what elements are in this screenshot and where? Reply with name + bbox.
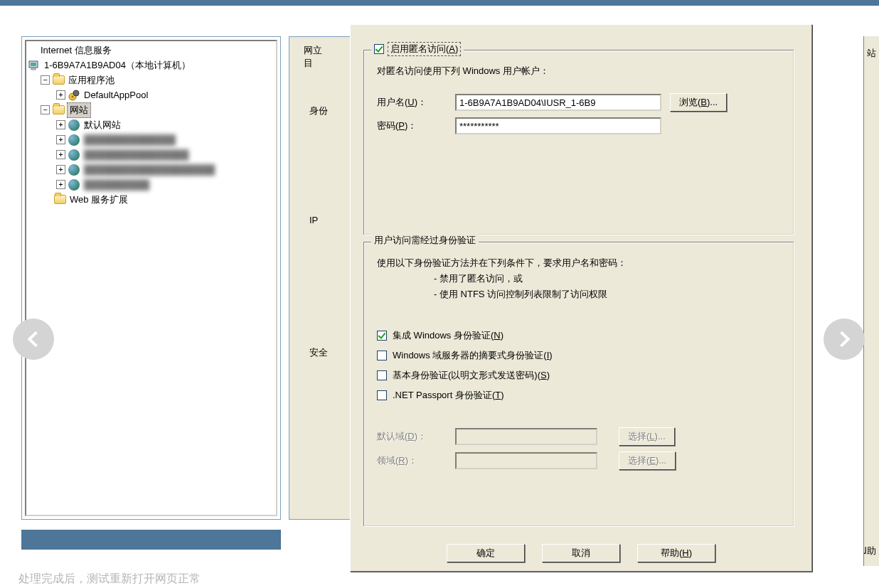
folder-icon bbox=[52, 104, 65, 117]
folder-icon bbox=[53, 193, 66, 206]
username-input[interactable] bbox=[455, 94, 661, 111]
realm-input bbox=[455, 452, 597, 469]
default-site-label: 默认网站 bbox=[82, 118, 121, 132]
chevron-left-icon bbox=[28, 331, 44, 348]
expand-default-site[interactable]: + bbox=[56, 120, 65, 129]
web-ext-label: Web 服务扩展 bbox=[68, 193, 128, 207]
tree-root-label: Internet 信息服务 bbox=[39, 43, 112, 58]
computer-icon bbox=[28, 59, 41, 72]
auth-group-title: 用户访问需经过身份验证 bbox=[374, 234, 476, 247]
tree-default-pool[interactable]: + DefaultAppPool bbox=[28, 87, 276, 102]
caption-text: 处理完成后，测试重新打开网页正常 bbox=[18, 572, 201, 587]
top-border bbox=[0, 0, 879, 6]
tree-websites[interactable]: − 网站 bbox=[28, 102, 276, 117]
folder-icon bbox=[52, 74, 65, 87]
app-pool-label: 应用程序池 bbox=[67, 73, 114, 87]
expand-default-pool[interactable]: + bbox=[56, 90, 65, 100]
tree-site-4[interactable]: + ████████████████████ bbox=[28, 162, 276, 177]
globe-icon bbox=[68, 178, 80, 191]
expand-site-2[interactable]: + bbox=[56, 135, 65, 144]
anonymous-access-group: 启用匿名访问(A) 对匿名访问使用下列 Windows 用户帐户： 用户名(U)… bbox=[363, 50, 794, 235]
next-arrow-button[interactable] bbox=[824, 319, 865, 360]
collapse-app-pool[interactable]: − bbox=[41, 75, 50, 85]
default-pool-label: DefaultAppPool bbox=[82, 88, 148, 102]
expand-site-3[interactable]: + bbox=[56, 150, 65, 159]
svg-rect-1 bbox=[31, 63, 36, 66]
password-label: 密码(P)： bbox=[377, 119, 455, 132]
help-button[interactable]: 帮助(H) bbox=[637, 544, 715, 562]
site-4-label: ████████████████████ bbox=[82, 163, 215, 177]
password-input[interactable] bbox=[455, 117, 661, 134]
svg-rect-2 bbox=[31, 68, 36, 70]
websites-label: 网站 bbox=[67, 102, 91, 118]
tree-web-ext[interactable]: Web 服务扩展 bbox=[28, 192, 276, 207]
ok-button[interactable]: 确定 bbox=[447, 544, 525, 562]
bg-group-identity: 身份 bbox=[309, 105, 328, 117]
enable-anonymous-label: 启用匿名访问(A) bbox=[388, 42, 461, 56]
passport-auth-label: .NET Passport 身份验证(T) bbox=[393, 389, 504, 402]
tree-computer[interactable]: 1-6B9A7A1B9AD04（本地计算机） bbox=[28, 58, 276, 73]
tree-root[interactable]: Internet 信息服务 bbox=[28, 43, 276, 58]
globe-icon bbox=[68, 119, 80, 132]
auth-bullet2: - 使用 NTFS 访问控制列表限制了访问权限 bbox=[377, 287, 780, 302]
peek-right-strip: 站 ﻟ助 bbox=[863, 36, 879, 566]
default-domain-label: 默认域(D)： bbox=[377, 430, 455, 443]
auth-bullet1: - 禁用了匿名访问，或 bbox=[377, 271, 780, 287]
basic-auth-checkbox[interactable] bbox=[377, 370, 387, 380]
iis-tree-panel: Internet 信息服务 1-6B9A7A1B9AD04（本地计算机） − 应… bbox=[21, 36, 281, 520]
bg-tab-1: 网立目 bbox=[304, 44, 322, 70]
globe-icon bbox=[68, 149, 80, 161]
select-domain-button: 选择(L)... bbox=[619, 427, 675, 446]
bg-group-security: 安全 bbox=[309, 346, 328, 359]
globe-icon bbox=[68, 134, 80, 146]
authenticated-access-group: 用户访问需经过身份验证 使用以下身份验证方法并在下列条件下，要求用户名和密码： … bbox=[363, 242, 794, 526]
tree-computer-label: 1-6B9A7A1B9AD04（本地计算机） bbox=[43, 58, 191, 73]
cog-icon bbox=[68, 89, 80, 102]
authentication-methods-dialog: 启用匿名访问(A) 对匿名访问使用下列 Windows 用户帐户： 用户名(U)… bbox=[350, 24, 812, 572]
expand-site-4[interactable]: + bbox=[56, 165, 65, 174]
bg-group-ip: IP bbox=[309, 215, 318, 225]
tree-site-2[interactable]: + ██████████████ bbox=[28, 132, 276, 147]
browse-button[interactable]: 浏览(B)... bbox=[670, 93, 727, 112]
tree-panel-footer bbox=[21, 530, 281, 550]
prev-arrow-button[interactable] bbox=[13, 319, 54, 360]
tree-site-5[interactable]: + ██████████ bbox=[28, 177, 276, 192]
passport-auth-checkbox[interactable] bbox=[377, 390, 387, 400]
svg-point-5 bbox=[73, 90, 79, 96]
username-label: 用户名(U)： bbox=[377, 96, 455, 109]
integrated-windows-checkbox[interactable] bbox=[377, 331, 387, 341]
cancel-button[interactable]: 取消 bbox=[542, 544, 620, 562]
anon-desc: 对匿名访问使用下列 Windows 用户帐户： bbox=[377, 63, 780, 79]
globe-icon bbox=[68, 164, 80, 176]
svg-point-4 bbox=[72, 95, 74, 97]
basic-auth-label: 基本身份验证(以明文形式发送密码)(S) bbox=[393, 369, 550, 382]
enable-anonymous-checkbox[interactable] bbox=[374, 44, 384, 54]
tree-default-site[interactable]: + 默认网站 bbox=[28, 117, 276, 132]
realm-label: 领域(R)： bbox=[377, 454, 455, 467]
site-5-label: ██████████ bbox=[82, 178, 149, 192]
digest-auth-label: Windows 域服务器的摘要式身份验证(I) bbox=[393, 349, 553, 362]
digest-auth-checkbox[interactable] bbox=[377, 351, 387, 360]
chevron-right-icon bbox=[834, 331, 851, 348]
background-dialog-fragment: 网立目 身份 IP 安全 bbox=[289, 36, 360, 520]
select-realm-button: 选择(E)... bbox=[619, 451, 676, 470]
auth-desc-main: 使用以下身份验证方法并在下列条件下，要求用户名和密码： bbox=[377, 255, 780, 271]
dialog-button-row: 确定 取消 帮助(H) bbox=[351, 544, 811, 562]
collapse-websites[interactable]: − bbox=[41, 105, 50, 114]
integrated-windows-label: 集成 Windows 身份验证(N) bbox=[393, 329, 504, 342]
tree-app-pool[interactable]: − 应用程序池 bbox=[28, 73, 276, 87]
site-2-label: ██████████████ bbox=[82, 133, 176, 147]
peek-help: ﻟ助 bbox=[864, 545, 876, 557]
expand-site-5[interactable]: + bbox=[56, 180, 65, 189]
site-3-label: ████████████████ bbox=[82, 148, 188, 162]
default-domain-input bbox=[455, 428, 597, 445]
peek-tab: 站 bbox=[864, 47, 879, 60]
tree-site-3[interactable]: + ████████████████ bbox=[28, 147, 276, 162]
